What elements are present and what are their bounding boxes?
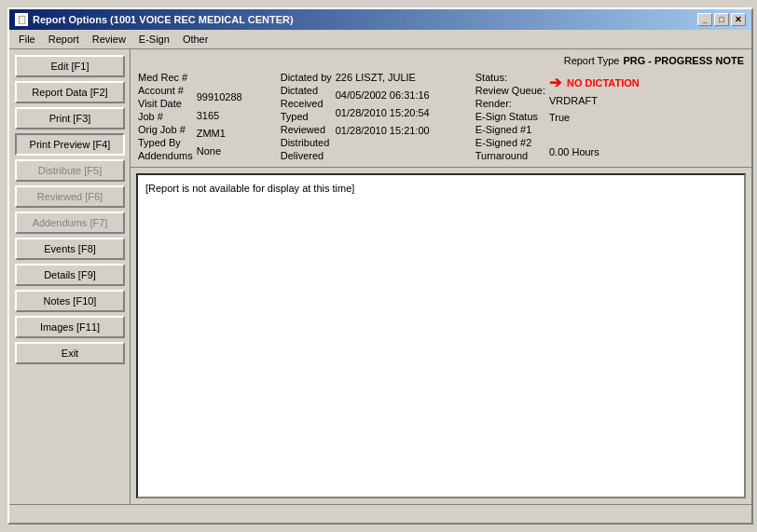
col3-labels: Status: Review Queue: Render: E-Sign Sta… (475, 72, 545, 161)
dictated-value: 04/05/2002 06:31:16 (336, 89, 457, 105)
window-title: Report Options (1001 VOICE REC MEDICAL C… (33, 14, 294, 25)
reviewed-button[interactable]: Reviewed [F6] (15, 185, 125, 208)
med-rec-label: Med Rec # (138, 72, 193, 83)
visit-date-label: Visit Date (138, 98, 193, 109)
render-value: True (549, 112, 640, 127)
sidebar: Edit [F1] Report Data [F2] Print [F3] Pr… (9, 49, 131, 504)
esigned1-value (549, 135, 640, 139)
menu-other[interactable]: Other (177, 32, 214, 47)
col1-labels: Med Rec # Account # Visit Date Job # Ori… (138, 72, 193, 161)
status-value: NO DICTATION (567, 77, 640, 89)
orig-job-label: Orig Job # (138, 124, 193, 135)
col2-labels: Dictated by Dictated Received Typed Revi… (281, 72, 332, 161)
esigned2-label: E-Signed #2 (475, 137, 545, 148)
menu-esign[interactable]: E-Sign (133, 32, 175, 47)
addendums-button[interactable]: Addendums [F7] (15, 211, 125, 234)
distribute-button[interactable]: Distribute [F5] (15, 159, 125, 182)
print-button[interactable]: Print [F3] (15, 107, 125, 130)
esigned1-label: E-Signed #1 (475, 124, 545, 135)
report-type-value: PRG - PROGRESS NOTE (623, 55, 744, 66)
title-bar-left: 📋 Report Options (1001 VOICE REC MEDICAL… (15, 13, 294, 26)
print-preview-button[interactable]: Print Preview [F4] (15, 133, 125, 156)
app-icon: 📋 (15, 13, 28, 26)
notes-button[interactable]: Notes [F10] (15, 290, 125, 312)
maximize-button[interactable]: □ (714, 13, 729, 26)
report-data-button[interactable]: Report Data [F2] (15, 81, 125, 103)
review-queue-label: Review Queue: (475, 85, 545, 96)
typed-value: 01/28/2010 15:21:00 (336, 125, 457, 141)
typed-by-value: ZMM1 (197, 128, 262, 143)
menu-review[interactable]: Review (87, 32, 131, 47)
esign-status-value (549, 129, 640, 132)
reviewed-label: Reviewed (281, 124, 332, 135)
job-value: 99910288 (197, 91, 262, 107)
content-panel: Report Type PRG - PROGRESS NOTE Med Rec … (131, 49, 751, 504)
received-value: 01/28/2010 15:20:54 (336, 107, 457, 123)
details-grid: Med Rec # Account # Visit Date Job # Ori… (138, 72, 744, 161)
distributed-label: Distributed (281, 137, 332, 148)
esigned2-value (549, 141, 640, 144)
status-row: ➔ NO DICTATION (549, 72, 640, 93)
exit-button[interactable]: Exit (15, 342, 125, 364)
review-queue-value: VRDRAFT (549, 95, 640, 110)
job-label: Job # (138, 111, 193, 122)
document-text: [Report is not available for display at … (145, 183, 354, 194)
typed-by-label: Typed By (138, 137, 193, 148)
menu-file[interactable]: File (13, 32, 41, 47)
status-bar (9, 504, 751, 523)
turnaround-label: Turnaround (475, 150, 545, 161)
turnaround-value: 0.00 Hours (549, 146, 640, 161)
menu-bar: File Report Review E-Sign Other (9, 30, 751, 49)
status-label: Status: (475, 72, 545, 83)
addendums-label: Addendums (138, 150, 193, 161)
dictated-by-label: Dictated by (281, 72, 332, 83)
col1-values: 99910288 3165 ZMM1 None (197, 72, 262, 161)
report-type-row: Report Type PRG - PROGRESS NOTE (138, 55, 744, 66)
account-label: Account # (138, 85, 193, 96)
document-body: [Report is not available for display at … (136, 173, 746, 498)
distributed-value (336, 150, 457, 155)
main-content: Edit [F1] Report Data [F2] Print [F3] Pr… (9, 49, 751, 504)
events-button[interactable]: Events [F8] (15, 238, 125, 260)
med-rec-value (197, 72, 262, 76)
col3-values: ➔ NO DICTATION VRDRAFT True 0.00 Hours (549, 72, 640, 161)
col2-values: 226 LISZT, JULIE 04/05/2002 06:31:16 01/… (336, 72, 457, 161)
menu-report[interactable]: Report (43, 32, 85, 47)
details-button[interactable]: Details [F9] (15, 264, 125, 286)
typed-label: Typed (281, 111, 332, 122)
visit-date-value (197, 85, 262, 89)
title-bar: 📋 Report Options (1001 VOICE REC MEDICAL… (9, 9, 751, 30)
dictated-by-value: 226 LISZT, JULIE (336, 72, 457, 88)
render-label: Render: (475, 98, 545, 109)
title-bar-buttons: _ □ ✕ (697, 13, 746, 26)
orig-job-value: 3165 (197, 110, 262, 126)
delivered-label: Delivered (281, 150, 332, 161)
account-value (197, 78, 262, 83)
arrow-icon: ➔ (549, 74, 561, 91)
report-header: Report Type PRG - PROGRESS NOTE Med Rec … (131, 49, 751, 168)
esign-status-label: E-Sign Status (475, 111, 545, 122)
report-type-label: Report Type (564, 55, 620, 66)
main-window: 📋 Report Options (1001 VOICE REC MEDICAL… (7, 7, 753, 525)
edit-button[interactable]: Edit [F1] (15, 55, 125, 77)
received-label: Received (281, 98, 332, 109)
reviewed-value (336, 143, 457, 148)
addendums-value: None (197, 145, 262, 161)
delivered-value (336, 157, 457, 161)
dictated-label: Dictated (281, 85, 332, 96)
minimize-button[interactable]: _ (697, 13, 712, 26)
images-button[interactable]: Images [F11] (15, 316, 125, 338)
close-button[interactable]: ✕ (731, 13, 746, 26)
